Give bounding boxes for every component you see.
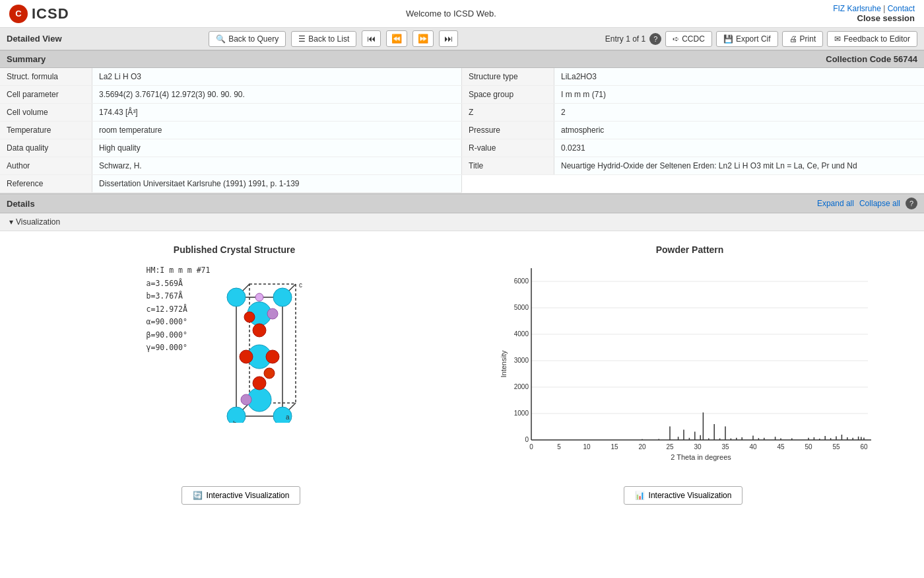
feedback-button[interactable]: ✉ Feedback to Editor bbox=[827, 31, 917, 47]
field-value: La2 Li H O3 bbox=[92, 68, 462, 85]
chevron-down-icon: ▾ bbox=[9, 217, 13, 227]
welcome-text: Welcome to ICSD Web. bbox=[406, 9, 496, 18]
svg-text:15: 15 bbox=[610, 443, 618, 451]
summary-title: Summary bbox=[7, 54, 46, 64]
svg-text:4000: 4000 bbox=[514, 330, 529, 338]
crystal-info: HM:I m m m #71a=3.569Åb=3.767Åc=12.972Åα… bbox=[147, 264, 211, 355]
entry-info: Entry 1 of 1 bbox=[605, 34, 645, 44]
svg-text:c: c bbox=[299, 281, 302, 289]
ccdc-button[interactable]: ➪ CCDC bbox=[665, 31, 712, 47]
field-label: Author bbox=[0, 157, 92, 174]
field-value: atmospheric bbox=[554, 122, 924, 139]
field-value: room temperature bbox=[92, 122, 462, 139]
toolbar-row: Detailed View 🔍 Back to Query ☰ Back to … bbox=[0, 28, 924, 50]
svg-point-19 bbox=[267, 308, 278, 319]
powder-btn-area: 📊 Interactive Visualization bbox=[462, 486, 904, 505]
field-row: R-value0.0231 bbox=[462, 139, 924, 157]
field-value: 0.0231 bbox=[554, 139, 924, 157]
svg-text:45: 45 bbox=[777, 443, 785, 451]
svg-text:Intensity: Intensity bbox=[500, 350, 508, 377]
svg-point-18 bbox=[264, 368, 275, 379]
details-help-button[interactable]: ? bbox=[906, 198, 917, 209]
powder-chart-svg: Intensity 0 1000 2000 3000 4000 5000 600… bbox=[498, 262, 881, 466]
toolbar-title: Detailed View bbox=[7, 34, 62, 44]
logo-icon: C bbox=[9, 5, 28, 23]
visualization-label: Visualization bbox=[16, 217, 60, 227]
close-session[interactable]: Close session bbox=[833, 13, 915, 23]
svg-text:5000: 5000 bbox=[514, 304, 529, 311]
svg-text:50: 50 bbox=[805, 443, 812, 451]
logo-text: ICSD bbox=[32, 5, 69, 22]
nav-first-button[interactable]: ⏮ bbox=[362, 30, 381, 47]
crystal-info-line: β=90.000° bbox=[147, 329, 211, 342]
powder-section: Powder Pattern Intensity 0 1000 2000 300… bbox=[462, 244, 917, 466]
crystal-inner: HM:I m m m #71a=3.569Åb=3.767Åc=12.972Åα… bbox=[20, 264, 449, 423]
crystal-interactive-button[interactable]: 🔄 Interactive Visualization bbox=[182, 486, 301, 505]
nav-next-button[interactable]: ⏩ bbox=[412, 30, 434, 47]
svg-point-20 bbox=[241, 394, 251, 405]
details-title: Details bbox=[7, 199, 35, 209]
field-value: Dissertation Universitaet Karlsruhe (199… bbox=[92, 175, 462, 192]
help-button[interactable]: ? bbox=[649, 33, 661, 45]
svg-point-10 bbox=[273, 288, 292, 307]
svg-point-17 bbox=[244, 312, 255, 322]
field-value: High quality bbox=[92, 139, 462, 157]
powder-interactive-icon: 📊 bbox=[635, 491, 645, 500]
details-controls: Expand all Collapse all ? bbox=[817, 198, 917, 209]
field-row: TitleNeuartige Hydrid-Oxide der Seltenen… bbox=[462, 157, 924, 175]
field-value: 2 bbox=[554, 104, 924, 121]
bottom-buttons: 🔄 Interactive Visualization 📊 Interactiv… bbox=[0, 480, 924, 518]
field-row: Cell parameter3.5694(2) 3.7671(4) 12.972… bbox=[0, 86, 462, 104]
svg-text:2000: 2000 bbox=[514, 383, 529, 390]
field-row: AuthorSchwarz, H. bbox=[0, 157, 462, 175]
field-label: R-value bbox=[462, 139, 554, 157]
field-label: Data quality bbox=[0, 139, 92, 157]
visualization-toggle[interactable]: ▾ Visualization bbox=[0, 213, 924, 231]
crystal-svg: a b c bbox=[216, 264, 322, 423]
svg-text:3000: 3000 bbox=[514, 357, 529, 364]
nav-prev-button[interactable]: ⏪ bbox=[386, 30, 407, 47]
crystal-info-line: b=3.767Å bbox=[147, 290, 211, 303]
svg-point-21 bbox=[255, 293, 263, 301]
field-label: Title bbox=[462, 157, 554, 174]
contact-link[interactable]: Contact bbox=[888, 4, 915, 13]
collapse-all-link[interactable]: Collapse all bbox=[859, 199, 900, 208]
details-section-header: Details Expand all Collapse all ? bbox=[0, 194, 924, 213]
back-to-list-button[interactable]: ☰ Back to List bbox=[291, 31, 356, 47]
field-row: Data qualityHigh quality bbox=[0, 139, 462, 157]
nav-last-button[interactable]: ⏭ bbox=[439, 30, 458, 47]
field-label: Structure type bbox=[462, 68, 554, 85]
field-label: Temperature bbox=[0, 122, 92, 139]
toolbar-right: Entry 1 of 1 ? ➪ CCDC 💾 Export Cif 🖨 Pri… bbox=[605, 31, 917, 47]
svg-text:2 Theta in degrees: 2 Theta in degrees bbox=[671, 453, 731, 461]
field-label: Reference bbox=[0, 175, 92, 192]
collection-code: Collection Code 56744 bbox=[826, 54, 917, 64]
svg-point-13 bbox=[253, 324, 266, 337]
svg-text:25: 25 bbox=[666, 443, 674, 451]
field-label: Cell parameter bbox=[0, 86, 92, 103]
print-button[interactable]: 🖨 Print bbox=[782, 31, 824, 47]
back-to-query-button[interactable]: 🔍 Back to Query bbox=[209, 31, 286, 47]
field-row: Structure typeLiLa2HO3 bbox=[462, 68, 924, 86]
svg-text:5: 5 bbox=[557, 443, 561, 451]
svg-point-9 bbox=[227, 288, 246, 307]
field-row: Cell volume174.43 [Å³] bbox=[0, 104, 462, 122]
export-cif-button[interactable]: 💾 Export Cif bbox=[716, 31, 778, 47]
summary-grid: Struct. formulaLa2 Li H O3Cell parameter… bbox=[0, 68, 924, 194]
crystal-info-line: γ=90.000° bbox=[147, 342, 211, 355]
field-row: ReferenceDissertation Universitaet Karls… bbox=[0, 175, 462, 193]
svg-text:20: 20 bbox=[638, 443, 646, 451]
field-row: Pressureatmospheric bbox=[462, 122, 924, 139]
svg-text:6000: 6000 bbox=[514, 277, 529, 285]
search-icon: 🔍 bbox=[216, 34, 226, 44]
svg-text:0: 0 bbox=[525, 436, 529, 443]
expand-all-link[interactable]: Expand all bbox=[817, 199, 854, 208]
svg-text:1000: 1000 bbox=[514, 410, 529, 417]
fiz-link[interactable]: FIZ Karlsruhe bbox=[833, 4, 881, 13]
print-icon: 🖨 bbox=[789, 34, 797, 44]
powder-interactive-button[interactable]: 📊 Interactive Visualization bbox=[624, 486, 743, 505]
svg-text:b: b bbox=[233, 420, 237, 423]
crystal-interactive-icon: 🔄 bbox=[193, 491, 203, 500]
svg-text:60: 60 bbox=[860, 443, 868, 451]
field-value: LiLa2HO3 bbox=[554, 68, 924, 85]
